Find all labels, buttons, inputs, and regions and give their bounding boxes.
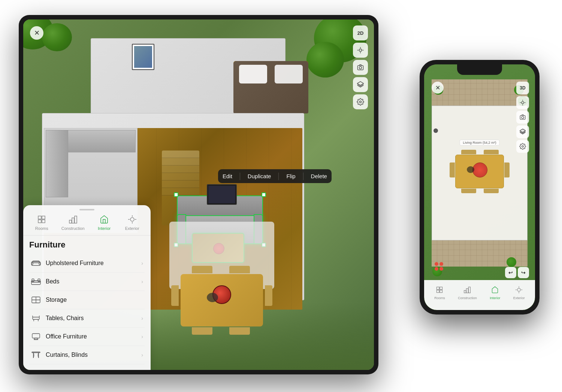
svg-rect-19 <box>31 263 33 265</box>
ipad-2d-button[interactable]: 2D <box>353 25 368 40</box>
iphone-rooms-icon <box>436 286 443 295</box>
undo-redo-area: ↩ ↪ <box>505 267 529 278</box>
ipad-view-controls: 2D <box>353 25 368 109</box>
interior-icon <box>100 215 109 225</box>
undo-button[interactable]: ↩ <box>505 267 516 278</box>
svg-rect-54 <box>437 287 439 289</box>
chair-top-2 <box>229 266 250 273</box>
construction-icon <box>69 215 78 225</box>
separator-3 <box>303 173 303 180</box>
sidebar-content: Furniture Upholstered Furniture › <box>23 235 151 370</box>
iphone-camera-button[interactable] <box>516 111 529 124</box>
beds-label: Beds <box>46 278 137 285</box>
fp-chair-t2 <box>484 150 499 154</box>
chevron-curtains: › <box>141 352 143 358</box>
bed-pillow-left <box>239 65 267 83</box>
green-6 <box>507 257 516 267</box>
iphone-bottom-bar: Rooms Construction <box>424 280 535 310</box>
iphone-tab-interior[interactable]: Interior <box>490 286 500 300</box>
flowers-left <box>435 262 448 271</box>
redo-button[interactable]: ↪ <box>518 267 529 278</box>
svg-point-53 <box>522 146 524 148</box>
iphone-tab-construction[interactable]: Construction <box>458 286 477 300</box>
measure-dot-1: · <box>433 128 438 133</box>
sidebar-item-storage[interactable]: Storage <box>29 291 145 309</box>
bed-pillow-right <box>275 65 303 83</box>
sidebar-item-rugs[interactable]: Rugs <box>29 364 145 370</box>
svg-point-51 <box>522 116 524 119</box>
iphone-layers-button[interactable] <box>516 125 529 138</box>
ipad-camera-button[interactable] <box>353 60 368 75</box>
svg-rect-11 <box>38 220 41 223</box>
ipad-perspective-button[interactable] <box>353 43 368 58</box>
sidebar-panel: Rooms Construction <box>23 205 151 370</box>
dining-item-2 <box>207 293 218 302</box>
svg-rect-56 <box>437 290 439 292</box>
sidebar-item-curtains[interactable]: Curtains, Blinds › <box>29 346 145 364</box>
storage-icon <box>31 295 41 305</box>
context-edit[interactable]: Edit <box>221 171 234 182</box>
svg-rect-59 <box>466 288 468 293</box>
iphone-screen: Living Room (54,2 m²) <box>424 64 535 310</box>
iphone-settings-button[interactable] <box>516 140 529 153</box>
iphone-tab-exterior[interactable]: Exterior <box>513 286 525 300</box>
sidebar-section-title: Furniture <box>29 240 145 250</box>
tables-icon <box>31 313 41 323</box>
iphone-perspective-button[interactable] <box>516 96 529 109</box>
ipad-close-button[interactable]: ✕ <box>30 26 43 40</box>
fp-item2 <box>467 166 474 173</box>
selection-handle-tl <box>174 192 178 197</box>
office-label: Office Furniture <box>46 333 137 340</box>
context-duplicate[interactable]: Duplicate <box>246 171 273 182</box>
dining-table[interactable] <box>181 274 263 326</box>
iphone-close-button[interactable]: ✕ <box>432 82 444 94</box>
ipad-settings-button[interactable] <box>353 94 368 109</box>
svg-rect-55 <box>440 287 442 289</box>
iphone-construction-icon <box>463 286 471 295</box>
wall-art <box>132 44 154 70</box>
tree-right-2 <box>306 42 344 78</box>
storage-label: Storage <box>46 297 143 303</box>
ipad-device: Edit Duplicate Flip Delete ✕ 2D <box>19 15 378 374</box>
drag-handle[interactable] <box>79 209 94 210</box>
svg-rect-28 <box>33 317 39 319</box>
tree-left-2 <box>42 23 72 51</box>
sidebar-item-beds[interactable]: Beds › <box>29 273 145 291</box>
svg-rect-14 <box>72 218 74 223</box>
svg-point-0 <box>359 49 362 52</box>
sidebar-item-upholstered[interactable]: Upholstered Furniture › <box>29 254 145 273</box>
sidebar-item-tables[interactable]: Tables, Chairs › <box>29 309 145 328</box>
iphone-exterior-icon <box>515 286 523 295</box>
tab-construction-label: Construction <box>61 226 85 231</box>
iphone-3d-button[interactable]: 3D <box>516 82 529 94</box>
ipad-screen: Edit Duplicate Flip Delete ✕ 2D <box>23 19 374 370</box>
tab-interior-label: Interior <box>98 226 111 231</box>
context-delete[interactable]: Delete <box>309 171 329 182</box>
iphone-tab-rooms[interactable]: Rooms <box>434 286 445 300</box>
tab-construction[interactable]: Construction <box>58 213 88 232</box>
chevron-tables: › <box>141 315 143 321</box>
tab-interior[interactable]: Interior <box>93 213 115 232</box>
sidebar-item-office[interactable]: Office Furniture › <box>29 328 145 346</box>
upholstered-label: Upholstered Furniture <box>46 260 137 267</box>
svg-rect-5 <box>358 66 363 70</box>
tab-rooms[interactable]: Rooms <box>30 213 53 232</box>
tables-label: Tables, Chairs <box>46 315 137 322</box>
context-menu: Edit Duplicate Flip Delete <box>218 169 332 183</box>
svg-rect-24 <box>32 279 34 282</box>
chair-left <box>171 285 179 306</box>
svg-point-61 <box>517 288 520 291</box>
fp-bowl <box>472 162 487 177</box>
rugs-icon <box>31 368 41 370</box>
svg-rect-20 <box>39 263 40 265</box>
ipad-layers-button[interactable] <box>353 77 368 92</box>
upholstered-icon <box>31 258 41 268</box>
svg-point-6 <box>359 67 362 69</box>
tab-exterior[interactable]: Exterior <box>121 213 143 232</box>
room-label: Living Room (54,2 m²) <box>459 140 499 146</box>
svg-rect-23 <box>38 279 40 282</box>
tab-rooms-label: Rooms <box>35 226 48 231</box>
context-flip[interactable]: Flip <box>285 171 297 182</box>
svg-rect-9 <box>38 216 41 219</box>
iphone-close-icon: ✕ <box>435 84 440 91</box>
